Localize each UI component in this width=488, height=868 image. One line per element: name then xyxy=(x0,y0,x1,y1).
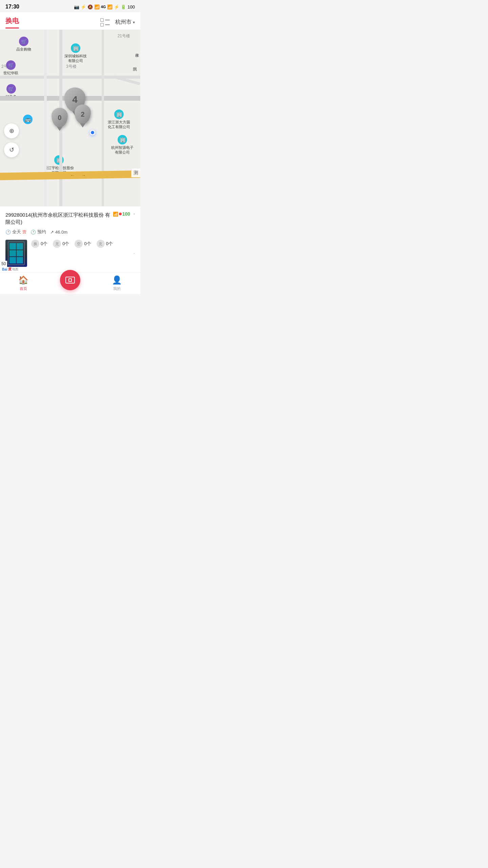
poi-shijihualian: 🛒 世纪华联 xyxy=(3,60,18,75)
home-label: 首页 xyxy=(20,286,27,291)
distance-value: 46.0m xyxy=(55,230,67,235)
poi-label-zhedafangyuan: 浙江浙大方圆化工有限公司 xyxy=(108,120,130,130)
slot-count-man: 0个 xyxy=(106,241,113,247)
poi-bus-stop: 🚌 xyxy=(23,115,33,124)
tab-underline xyxy=(5,27,19,28)
station-meta: 🕐 全天 营 🕐 预约 ↗ 46.0m xyxy=(5,229,135,235)
minus-indicator: - xyxy=(134,251,135,256)
road-arrows: ← → xyxy=(70,173,86,178)
pin-count-label-2: 2 xyxy=(81,111,84,118)
slot-chong: 充 0个 xyxy=(53,240,69,248)
locate-icon: ⊕ xyxy=(9,127,14,135)
station-cabinet xyxy=(8,241,25,265)
arrow-left: ← xyxy=(70,173,75,178)
poi-icon-company-3: 🏢 xyxy=(118,135,127,144)
poi-label-hangzhouzhiyuan: 杭州智源电子有限公司 xyxy=(111,145,134,155)
history-icon: ↺ xyxy=(9,146,14,154)
station-body: 换 0个 充 0个 空 0个 充 0个 - xyxy=(5,240,135,267)
status-icons: 📷 ⚡ 🔕 📶 4G 📶 ⚡ 🔋 100 xyxy=(74,4,135,9)
current-location-dot xyxy=(90,130,95,135)
nav-item-mine[interactable]: 👤 我的 xyxy=(94,275,140,291)
poi-icon-company-2: 🏢 xyxy=(114,110,124,119)
grid-square-icon xyxy=(100,18,104,22)
header-right: 杭州市 ▾ xyxy=(100,18,135,27)
huandian-tab[interactable]: 换电 xyxy=(5,16,19,28)
bottom-navigation: 🏠 首页 👤 我的 xyxy=(0,272,140,294)
station-id-name: 299280014(杭州市余杭区浙江宇松科技股份 有限公司) xyxy=(5,212,110,225)
list-view-button[interactable] xyxy=(100,18,110,27)
app-header: 换电 杭州市 ▾ xyxy=(0,12,140,30)
clock2-icon: 🕐 xyxy=(30,230,36,235)
status-bar: 17:30 📷 ⚡ 🔕 📶 4G 📶 ⚡ 🔋 100 xyxy=(0,0,140,12)
battery-level: 100 xyxy=(127,4,135,9)
tab-label: 换电 xyxy=(5,16,19,27)
baidu-watermark: Bai 度 地图 xyxy=(0,266,20,272)
slots-row: 换 0个 充 0个 空 0个 充 0个 xyxy=(31,240,135,248)
mine-icon: 👤 xyxy=(112,275,122,285)
poi-icon-shopping-3: 🛒 xyxy=(6,84,16,94)
grid-square-icon xyxy=(100,23,104,26)
scan-inner-icon xyxy=(68,278,72,282)
baidu-logo: Bai xyxy=(2,268,7,271)
city-selector[interactable]: 杭州市 ▾ xyxy=(115,19,135,26)
du-text: 度 xyxy=(8,267,12,272)
poi-pinquan: 🛒 品全购物 xyxy=(16,37,31,52)
poi-icon-shopping-2: 🛒 xyxy=(6,60,16,70)
poi-hangzhouzhiyuan: 🏢 杭州智源电子有限公司 xyxy=(111,135,134,155)
status-time: 17:30 xyxy=(5,4,19,10)
locate-button[interactable]: ⊕ xyxy=(4,123,19,138)
poi-label-shenzhen: 深圳城铄科技有限公司 xyxy=(64,54,87,63)
chevron-down-icon: ▾ xyxy=(133,20,135,25)
slot-icon-huai: 换 xyxy=(31,240,39,248)
pin-body-0: 0 xyxy=(52,108,68,127)
hours-label: 全天 xyxy=(12,229,21,235)
scan-button[interactable] xyxy=(60,270,80,290)
slot-count-chong: 0个 xyxy=(62,241,69,247)
city-name: 杭州市 xyxy=(115,19,131,26)
station-info-card: 299280014(杭州市余杭区浙江宇松科技股份 有限公司) 📶 100 - 🕐… xyxy=(0,206,140,272)
poi-icon-company: 🏢 xyxy=(71,43,80,53)
signal-4g-icon: 4G xyxy=(101,5,106,9)
pin-count-0[interactable]: 0 xyxy=(52,108,68,127)
mine-label: 我的 xyxy=(113,286,121,291)
booking-info: 🕐 预约 xyxy=(30,229,46,235)
clock-icon: 🕐 xyxy=(5,230,11,235)
extra-info-row: - xyxy=(31,251,135,256)
booking-label: 预约 xyxy=(37,229,46,235)
arrow-right: → xyxy=(81,173,86,178)
poi-shenzhen: 🏢 深圳城铄科技有限公司 xyxy=(64,43,87,63)
slot-icon-man: 充 xyxy=(97,240,105,248)
road-name-yongzhu: 永棣 xyxy=(135,50,140,176)
ce-button[interactable]: 测 xyxy=(131,169,140,177)
pin-count-label-4: 4 xyxy=(72,94,78,105)
pin-count-label-0: 0 xyxy=(58,114,61,122)
baidu-map-text: 地图 xyxy=(12,267,18,272)
building-21: 21号楼 xyxy=(118,33,130,39)
nav-item-home[interactable]: 🏠 首页 xyxy=(0,275,47,291)
building-3: 3号楼 xyxy=(66,64,77,70)
home-icon: 🏠 xyxy=(18,275,28,285)
nav-item-scan[interactable] xyxy=(47,277,94,290)
distance-info: ↗ 46.0m xyxy=(50,230,67,235)
poi-label-pinquan: 品全购物 xyxy=(16,47,31,52)
usb-icon: ⚡ xyxy=(81,4,86,9)
pin-count-2[interactable]: 2 xyxy=(75,104,91,124)
label-50-text: 50 xyxy=(1,261,6,266)
mute-icon: 🔕 xyxy=(87,4,93,9)
road-vertical-2 xyxy=(102,30,104,206)
map-area[interactable]: ← → 荆大线 永棣 21号楼 2号楼 3号楼 🛒 品全购物 🛒 世纪华联 🛒 … xyxy=(0,30,140,206)
hours-info: 🕐 全天 营 xyxy=(5,229,26,235)
pin-body-2: 2 xyxy=(75,104,91,124)
slot-huai: 换 0个 xyxy=(31,240,47,248)
wifi-icon: 📶 xyxy=(94,4,100,9)
dash-separator: - xyxy=(134,212,135,216)
signal-error-dot xyxy=(119,213,122,215)
camera-icon: 📷 xyxy=(74,4,79,9)
history-button[interactable]: ↺ xyxy=(4,142,19,157)
slot-count-kong: 0个 xyxy=(84,241,91,247)
scan-frame-icon xyxy=(65,277,75,283)
slot-count-huai: 0个 xyxy=(41,241,47,247)
signal-badge: 📶 100 - xyxy=(113,211,135,217)
slot-icon-chong: 充 xyxy=(53,240,61,248)
station-image xyxy=(5,240,27,267)
